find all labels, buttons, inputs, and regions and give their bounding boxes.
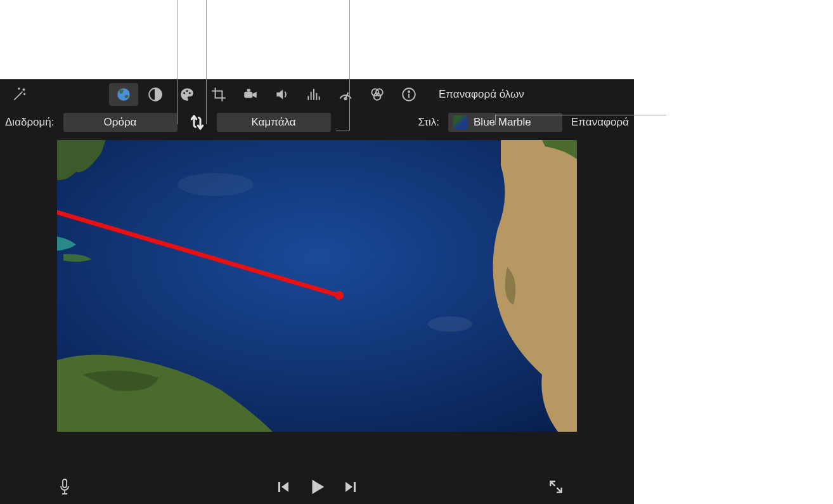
info-icon[interactable] — [394, 83, 423, 106]
adjustment-toolbar: Επαναφορά όλων — [0, 79, 634, 110]
play-icon[interactable] — [307, 477, 326, 499]
crop-icon[interactable] — [204, 83, 233, 106]
callout-line — [206, 0, 207, 124]
svg-point-18 — [335, 291, 344, 300]
route-bar: Διαδρομή: Ορόρα Καμπάλα Στιλ: Blue Marbl… — [0, 110, 634, 135]
svg-rect-6 — [247, 89, 250, 91]
speaker-icon[interactable] — [268, 83, 297, 106]
svg-rect-21 — [354, 482, 356, 492]
expand-icon[interactable] — [548, 479, 564, 498]
svg-point-16 — [178, 173, 254, 196]
playback-bar — [0, 472, 634, 504]
speedometer-icon[interactable] — [331, 83, 360, 106]
callout-line-vertical — [349, 0, 350, 131]
callout-line-horizontal — [495, 115, 666, 115]
video-camera-icon[interactable] — [236, 83, 265, 106]
svg-point-10 — [374, 93, 381, 100]
previous-icon[interactable] — [276, 479, 291, 497]
svg-point-7 — [344, 98, 346, 100]
svg-rect-20 — [278, 482, 280, 492]
style-button[interactable]: Blue Marble — [448, 113, 562, 132]
svg-point-9 — [376, 89, 383, 96]
map-viewer[interactable] — [57, 140, 577, 432]
app-window: Επαναφορά όλων Διαδρομή: Ορόρα Καμπάλα Σ… — [0, 79, 634, 504]
callout-line-vertical — [495, 115, 496, 125]
from-location-button[interactable]: Ορόρα — [63, 113, 178, 132]
reset-all-button[interactable]: Επαναφορά όλων — [439, 88, 524, 101]
svg-point-2 — [183, 92, 185, 94]
style-label: Στιλ: — [418, 116, 439, 129]
globe-icon[interactable] — [109, 83, 138, 106]
magic-wand-icon[interactable] — [5, 83, 34, 106]
callout-line-horizontal — [336, 131, 349, 131]
next-icon[interactable] — [343, 479, 358, 497]
microphone-icon[interactable] — [57, 478, 72, 498]
svg-point-15 — [428, 316, 472, 332]
svg-point-0 — [117, 88, 130, 101]
style-thumbnail — [453, 115, 467, 129]
filters-icon[interactable] — [363, 83, 392, 106]
swap-direction-button[interactable] — [186, 112, 208, 133]
svg-point-4 — [189, 92, 191, 94]
svg-point-12 — [408, 91, 410, 93]
callout-line — [177, 0, 178, 124]
contrast-icon[interactable] — [141, 83, 170, 106]
svg-rect-5 — [244, 92, 252, 98]
to-location-button[interactable]: Καμπάλα — [217, 113, 331, 132]
svg-rect-19 — [63, 479, 67, 488]
style-name: Blue Marble — [474, 116, 531, 129]
equalizer-icon[interactable] — [299, 83, 328, 106]
reset-button[interactable]: Επαναφορά — [571, 116, 629, 129]
svg-point-3 — [186, 90, 188, 92]
route-label: Διαδρομή: — [5, 116, 55, 129]
